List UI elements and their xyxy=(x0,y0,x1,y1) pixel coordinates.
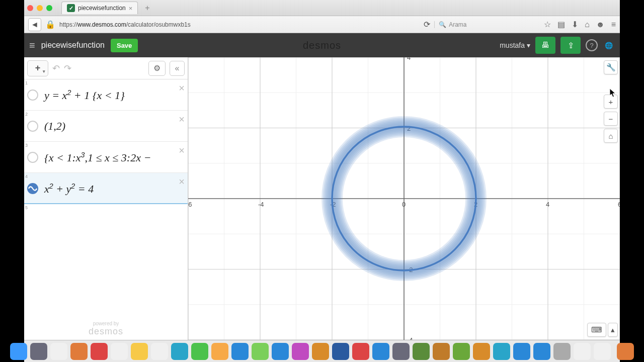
dock-app-icon[interactable] xyxy=(151,343,168,360)
delete-row-icon[interactable]: × xyxy=(179,145,185,156)
app-header: ≡ piecewisefunction Save desmos mustafa … xyxy=(24,33,620,57)
reload-icon[interactable]: ⟳ xyxy=(424,20,430,29)
expression-row-empty[interactable]: 5 xyxy=(24,204,188,217)
dock-app-icon[interactable] xyxy=(131,343,148,360)
panel-toolbar: + ↶ ↷ ⚙ « xyxy=(24,57,188,79)
browser-search[interactable]: 🔍 Arama xyxy=(434,21,540,28)
redo-icon[interactable]: ↷ xyxy=(64,63,71,74)
chevron-down-icon: ▾ xyxy=(527,41,530,49)
undo-icon[interactable]: ↶ xyxy=(52,63,60,74)
zoom-in-button[interactable]: + xyxy=(604,95,618,109)
zoom-home-button[interactable]: ⌂ xyxy=(604,129,618,143)
row-index: 1 xyxy=(25,80,28,85)
dock-app-icon[interactable] xyxy=(111,343,128,360)
delete-row-icon[interactable]: × xyxy=(179,82,185,94)
dock-app-icon[interactable] xyxy=(30,343,47,360)
toggle-off-icon xyxy=(27,121,38,132)
language-icon[interactable]: 🌐 xyxy=(603,39,615,51)
dock-app-icon[interactable] xyxy=(473,343,490,360)
row-index: 3 xyxy=(25,143,28,148)
share-button[interactable]: ⇪ xyxy=(560,37,581,54)
dock-app-icon[interactable] xyxy=(191,343,208,360)
new-tab-button[interactable]: + xyxy=(142,4,152,13)
graph-canvas[interactable]: -6-4-20246-4-224 🔧 + − ⌂ ⌨ ▴ xyxy=(188,57,620,340)
dock-app-icon[interactable] xyxy=(272,343,289,360)
dock-app-icon[interactable] xyxy=(493,343,510,360)
dock-app-icon[interactable] xyxy=(50,343,67,360)
dock-app-icon[interactable] xyxy=(617,343,634,360)
tab-title: piecewisefunction xyxy=(78,5,126,12)
zoom-out-button[interactable]: − xyxy=(604,112,618,126)
svg-text:-4: -4 xyxy=(258,201,264,208)
dock-app-icon[interactable] xyxy=(211,343,228,360)
dock-app-icon[interactable] xyxy=(292,343,309,360)
graph-svg: -6-4-20246-4-224 xyxy=(188,57,620,340)
browser-tab[interactable]: ✓ piecewisefunction × xyxy=(61,2,138,14)
home-icon[interactable]: ⌂ xyxy=(585,20,590,29)
bookmark-star-icon[interactable]: ☆ xyxy=(544,20,551,29)
dock-app-icon[interactable] xyxy=(513,343,530,360)
user-menu[interactable]: mustafa ▾ xyxy=(500,41,530,49)
search-placeholder: Arama xyxy=(449,21,466,28)
dock-app-icon[interactable] xyxy=(372,343,389,360)
help-icon[interactable]: ? xyxy=(586,39,598,51)
tab-close-icon[interactable]: × xyxy=(129,5,133,12)
dock-app-icon[interactable] xyxy=(413,343,430,360)
toggle-on-icon xyxy=(27,183,38,194)
minimize-window-icon[interactable] xyxy=(37,5,43,11)
dock-app-icon[interactable] xyxy=(392,343,410,360)
url-display[interactable]: https://www.desmos.com/calculator/osubmw… xyxy=(59,21,191,28)
wrench-icon[interactable]: 🔧 xyxy=(604,60,618,74)
dock-app-icon[interactable] xyxy=(70,343,88,360)
dock-app-icon[interactable] xyxy=(433,343,450,360)
menu-icon[interactable]: ≡ xyxy=(611,20,616,29)
dock-app-icon[interactable] xyxy=(352,343,369,360)
dock-app-icon[interactable] xyxy=(10,343,27,360)
hamburger-icon[interactable]: ≡ xyxy=(29,40,35,51)
search-icon: 🔍 xyxy=(439,21,446,28)
dock-app-icon[interactable] xyxy=(231,343,249,360)
row-index: 4 xyxy=(25,174,28,179)
downloads-icon[interactable]: ⬇ xyxy=(572,20,578,29)
keyboard-expand-icon[interactable]: ▴ xyxy=(608,323,618,337)
reader-icon[interactable]: ▤ xyxy=(557,20,565,29)
dock-app-icon[interactable] xyxy=(533,343,550,360)
window-controls xyxy=(27,5,52,11)
graph-title[interactable]: piecewisefunction xyxy=(41,41,105,50)
expression-row[interactable]: 3{x < 1:x3,1 ≤ x ≤ 3:2x −× xyxy=(24,142,188,173)
dock-app-icon[interactable] xyxy=(594,343,611,360)
dock-app-icon[interactable] xyxy=(312,343,329,360)
close-window-icon[interactable] xyxy=(27,5,33,11)
expression-text[interactable]: {x < 1:x3,1 ≤ x ≤ 3:2x − xyxy=(41,142,188,170)
delete-row-icon[interactable]: × xyxy=(179,176,185,188)
maximize-window-icon[interactable] xyxy=(46,5,52,11)
settings-icon[interactable]: ⚙ xyxy=(148,61,166,76)
collapse-panel-icon[interactable]: « xyxy=(170,61,185,76)
keyboard-icon[interactable]: ⌨ xyxy=(587,323,606,337)
dock-app-icon[interactable] xyxy=(332,343,349,360)
dock-app-icon[interactable] xyxy=(553,343,571,360)
expression-row[interactable]: 4x2 + y2 = 4× xyxy=(24,173,188,204)
expression-row[interactable]: 2(1,2)× xyxy=(24,111,188,142)
toggle-off-icon xyxy=(27,89,38,101)
dock-app-icon[interactable] xyxy=(91,343,108,360)
dock-app-icon[interactable] xyxy=(453,343,470,360)
pocket-icon[interactable]: ☻ xyxy=(596,20,605,29)
svg-text:4: 4 xyxy=(546,201,549,208)
delete-row-icon[interactable]: × xyxy=(179,114,185,125)
tab-favicon: ✓ xyxy=(67,4,75,12)
back-button[interactable]: ◄ xyxy=(28,18,41,31)
row-index: 2 xyxy=(25,112,28,117)
dock-app-icon[interactable] xyxy=(171,343,188,360)
save-button[interactable]: Save xyxy=(111,39,138,52)
expression-text[interactable]: y = x2 + 1 {x < 1} xyxy=(41,79,188,108)
expression-row[interactable]: 1y = x2 + 1 {x < 1}× xyxy=(24,79,188,111)
add-expression-button[interactable]: + xyxy=(27,60,48,76)
svg-text:0: 0 xyxy=(402,201,406,208)
dock-app-icon[interactable] xyxy=(252,343,269,360)
print-button[interactable]: 🖶 xyxy=(535,37,555,54)
expression-text[interactable]: x2 + y2 = 4 xyxy=(41,173,188,202)
expression-text[interactable]: (1,2) xyxy=(41,111,188,139)
svg-text:6: 6 xyxy=(618,201,620,208)
dock-app-icon[interactable] xyxy=(574,343,591,360)
